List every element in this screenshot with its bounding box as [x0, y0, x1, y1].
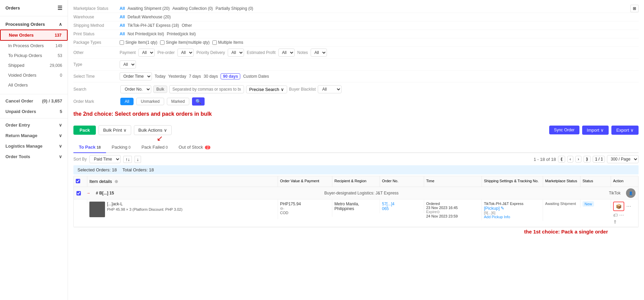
pickup-edit[interactable]: [Pickup] ✎ — [484, 206, 504, 210]
blacklist-select[interactable]: All — [318, 85, 342, 93]
bulk-print-button[interactable]: Bulk Print ∨ — [99, 125, 131, 135]
select-all-checkbox[interactable] — [76, 179, 80, 183]
print-not-printed[interactable]: Not Printed(pick list) — [127, 32, 164, 36]
sort-select[interactable]: Paid Time — [89, 155, 121, 163]
avatar: 👤 — [626, 188, 636, 198]
time-90days[interactable]: 90 days — [221, 73, 240, 79]
product-name: [...]ack-L — [107, 202, 182, 206]
page-size-select[interactable]: 300 / Page — [607, 155, 639, 163]
search-button[interactable]: 🔍 — [192, 97, 205, 106]
pack-single-button[interactable]: 📦 — [613, 202, 624, 211]
priority-select[interactable]: All — [228, 49, 244, 57]
export-button[interactable]: Export ∨ — [611, 126, 639, 135]
page-input[interactable] — [593, 156, 605, 163]
package-multiple-items[interactable]: Multiple Items — [212, 40, 243, 45]
sidebar-item-unpaid-orders[interactable]: Unpaid Orders 5 — [0, 106, 68, 117]
sidebar-item-all-orders[interactable]: All Orders — [0, 80, 68, 90]
print-all[interactable]: All — [120, 32, 125, 36]
precise-search-button[interactable]: Precise Search ∨ — [246, 86, 287, 93]
tag-icon[interactable]: 🏷 — [613, 212, 618, 218]
grid-icon[interactable]: ⊞ — [630, 5, 639, 12]
edit-icon[interactable]: ✎ — [501, 206, 504, 211]
order-no-link[interactable]: 57[...]4 — [382, 202, 395, 206]
tab-out-of-stock[interactable]: Out of Stock 2 — [173, 143, 216, 152]
processing-orders-title[interactable]: Processing Orders ∧ — [0, 19, 68, 30]
sidebar-item-new-orders[interactable]: New Orders 137 — [0, 30, 68, 41]
chevron-down-icon: ∨ — [59, 133, 62, 138]
tiktok-platform: TikTok — [609, 191, 621, 195]
marketplace-awaiting-collection[interactable]: Awaiting Collection (0) — [172, 6, 213, 11]
first-page-button[interactable]: ⟪ — [558, 156, 565, 163]
prev-page-button[interactable]: ‹ — [567, 156, 573, 163]
payment-select[interactable]: All — [138, 49, 155, 57]
marketplace-partially-shipping[interactable]: Partially Shipping (0) — [215, 6, 253, 11]
mark-unmarked-button[interactable]: Unmarked — [136, 98, 164, 105]
collapse-icon[interactable]: ⇑ — [613, 219, 617, 225]
tab-packing[interactable]: Packing 0 — [106, 143, 136, 152]
package-single-multi-checkbox[interactable] — [160, 40, 164, 45]
chevron-down-icon: ∨ — [59, 144, 62, 149]
type-select[interactable]: All — [120, 60, 136, 69]
tab-pack-failed[interactable]: Pack Failed 0 — [136, 143, 173, 152]
marketplace-awaiting-shipment[interactable]: Awaiting Shipment (20) — [127, 6, 170, 11]
sort-desc-icon[interactable]: ↓ — [135, 156, 141, 163]
time-custom[interactable]: Custom Dates — [243, 74, 269, 79]
notes-select[interactable]: All — [311, 49, 327, 57]
mark-all-button[interactable]: All — [120, 98, 134, 105]
sidebar-item-cancel-order[interactable]: Cancel Order (0) / 3,657 — [0, 96, 68, 106]
menu-icon[interactable]: ☰ — [57, 5, 62, 11]
package-single-multi[interactable]: Single Item(multiple qty) — [160, 40, 210, 45]
orders-table: Item details ⊕ Order Value & Payment Rec… — [73, 176, 639, 227]
last-page-button[interactable]: ⟫ — [584, 156, 591, 163]
sync-order-button[interactable]: Sync Order — [549, 126, 579, 134]
chevron-up-icon: ∧ — [59, 22, 62, 27]
time-today[interactable]: Today — [155, 74, 166, 79]
import-button[interactable]: Import ∨ — [582, 126, 609, 135]
shipping-other[interactable]: Other — [182, 23, 192, 28]
sidebar-item-order-entry[interactable]: Order Entry ∨ — [0, 120, 68, 130]
package-single-1[interactable]: Single Item(1 qty) — [120, 40, 157, 45]
sidebar-item-shipped[interactable]: Shipped 29,006 — [0, 60, 68, 70]
next-page-button[interactable]: › — [575, 156, 581, 163]
time-label: Select Time — [73, 74, 118, 79]
sort-asc-icon[interactable]: ↑↓ — [123, 156, 132, 163]
marketplace-all[interactable]: All — [120, 6, 125, 11]
time-7days[interactable]: 7 days — [189, 74, 201, 79]
shipping-jnt[interactable]: TikTok-PH-J&T Express (18) — [127, 23, 179, 28]
recipient-region: Metro Manila, Philippines — [334, 202, 378, 211]
warehouse-all[interactable]: All — [120, 15, 125, 19]
order-value: PHP175.94 — [280, 202, 330, 206]
sidebar-item-order-tools[interactable]: Order Tools ∨ — [0, 151, 68, 162]
tab-to-pack[interactable]: To Pack 18 — [73, 143, 106, 153]
shipping-all[interactable]: All — [120, 23, 125, 28]
search-type-select[interactable]: Order No. — [120, 85, 151, 93]
profit-select[interactable]: All — [278, 49, 295, 57]
bulk-actions-button[interactable]: Bulk Actions ∨ — [134, 125, 172, 135]
preorder-select[interactable]: All — [177, 49, 194, 57]
search-input[interactable] — [169, 85, 244, 93]
action-area: 📦 ⋯ 🏷 ⋯ ⇑ — [613, 202, 636, 225]
sidebar: Orders ☰ Processing Orders ∧ New Orders … — [0, 0, 68, 300]
print-printed[interactable]: Printed(pick list) — [167, 32, 196, 36]
package-single-1-checkbox[interactable] — [120, 40, 124, 45]
sidebar-item-voided-orders[interactable]: Voided Orders 0 — [0, 70, 68, 80]
pack-button[interactable]: Pack — [73, 126, 96, 135]
sidebar-item-in-process-orders[interactable]: In Process Orders 149 — [0, 41, 68, 51]
warehouse-default[interactable]: Default Warehouse (20) — [127, 15, 171, 19]
time-type-select[interactable]: Order Time — [120, 72, 152, 80]
add-pickup-link[interactable]: Add Pickup Info — [484, 215, 541, 219]
row-checkbox[interactable] — [76, 191, 81, 195]
add-column-icon[interactable]: ⊕ — [115, 179, 118, 184]
time-yesterday[interactable]: Yesterday — [168, 74, 186, 79]
sidebar-item-to-pickup-orders[interactable]: To Pickup Orders 53 — [0, 51, 68, 60]
sidebar-item-logistics-manage[interactable]: Logistics Manage ∨ — [0, 141, 68, 151]
product-price: PHP 45.98 × 3 (Platform Discount: PHP 3.… — [107, 207, 182, 211]
mark-marked-button[interactable]: Marked — [167, 98, 189, 105]
time-30days[interactable]: 30 days — [204, 74, 218, 79]
order-no-link2[interactable]: 065 — [382, 206, 389, 211]
more-icon-2[interactable]: ⋯ — [619, 212, 624, 218]
sidebar-item-return-manage[interactable]: Return Manage ∨ — [0, 130, 68, 141]
package-multiple-items-checkbox[interactable] — [212, 40, 217, 45]
status-new-badge: New — [582, 201, 594, 207]
more-icon[interactable]: ⋯ — [626, 204, 631, 209]
